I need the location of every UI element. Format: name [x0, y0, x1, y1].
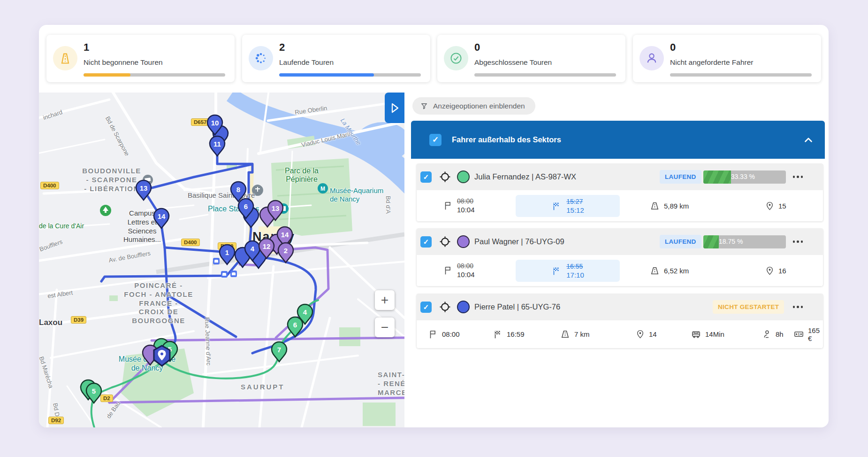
driver-header-row[interactable]: ✓ Pierre Patel | 65-UYG-76 NICHT GESTART… — [416, 294, 823, 320]
more-options-button[interactable] — [793, 176, 803, 178]
end-time-group: 16:59 — [493, 320, 525, 348]
gps-crosshair-icon — [439, 171, 451, 183]
spinner-icon — [249, 46, 273, 70]
gps-crosshair-icon — [439, 236, 451, 248]
map-marker-purple-12[interactable]: 12 — [258, 238, 275, 259]
distance-group: 7 km — [560, 320, 590, 348]
driver-name: Pierre Patel | 65-UYG-76 — [474, 302, 560, 311]
road-badge: D92 — [48, 417, 64, 424]
person-icon — [640, 46, 664, 70]
road-badge: D400 — [40, 182, 59, 189]
sector-section-header[interactable]: ✓ Fahrer außerhalb des Sektors — [411, 121, 825, 159]
more-options-button[interactable] — [793, 306, 803, 308]
sector-section-title: Fahrer außerhalb des Sektors — [452, 135, 561, 144]
stat-card-running: 2 Laufende Touren — [242, 35, 430, 82]
driver-card: ✓ Pierre Patel | 65-UYG-76 NICHT GESTART… — [416, 294, 823, 349]
stat-progress-fill — [84, 73, 130, 77]
stat-progress-track — [670, 73, 812, 77]
map-marker-purple-2[interactable]: 2 — [277, 242, 295, 263]
road-badge: D400 — [181, 239, 200, 246]
stat-label: Nicht angeforderte Fahrer — [670, 58, 753, 67]
filter-icon — [420, 102, 428, 110]
stat-card-completed: 0 Abgeschlossene Touren — [437, 35, 625, 82]
svg-text:M: M — [320, 186, 325, 192]
drive-duration-group: 14Min — [691, 320, 724, 348]
driver-header-row[interactable]: ✓ Paul Wagner | 76-UYG-09 LAUFEND 18.75 … — [416, 228, 823, 255]
more-options-button[interactable] — [793, 240, 803, 243]
tour-progress-bar: 18.75 % — [703, 235, 786, 248]
train-station-icon — [221, 271, 228, 278]
district-label: SAURUPT — [241, 383, 285, 392]
stat-card-unrequested-drivers: 0 Nicht angeforderte Fahrer — [633, 35, 821, 82]
svg-text:4: 4 — [303, 308, 307, 316]
start-flag-icon — [443, 265, 453, 276]
location-pin-icon — [765, 266, 775, 276]
svg-text:8: 8 — [236, 186, 240, 194]
tour-progress-bar: 33.33 % — [703, 170, 786, 184]
svg-text:6: 6 — [244, 202, 248, 210]
district-label: SAINT-P- RENÉMARCEL — [378, 371, 404, 397]
finish-flag-icon — [493, 329, 503, 340]
driver-checkbox[interactable]: ✓ — [420, 302, 432, 313]
driver-card: ✓ Paul Wagner | 76-UYG-09 LAUFEND 18.75 … — [416, 228, 823, 287]
road-icon — [649, 265, 660, 276]
stops-group: 14 — [635, 320, 657, 348]
driver-color-avatar — [457, 235, 470, 248]
stat-progress-track — [84, 73, 225, 77]
work-time-group: 8h — [762, 320, 784, 348]
stat-progress-fill — [279, 73, 374, 77]
finish-flag-icon — [551, 266, 562, 276]
distance-group: 5,89 km — [649, 190, 689, 221]
svg-text:13: 13 — [140, 184, 148, 192]
stat-card-not-started: 1 Nicht begonnene Touren — [46, 35, 235, 82]
start-flag-icon — [428, 329, 438, 340]
check-circle-icon — [444, 46, 468, 70]
status-badge: LAUFEND — [660, 235, 701, 248]
map-marker-purple-13[interactable]: 13 — [266, 200, 284, 221]
dispatch-dashboard: 1 Nicht begonnene Touren 2 Laufende Tour… — [0, 0, 868, 457]
map-marker-green-7[interactable]: 7 — [270, 341, 288, 363]
stat-label: Abgeschlossene Touren — [474, 58, 552, 67]
svg-text:10: 10 — [211, 119, 219, 127]
district-label: POINCARÉ -FOCH - ANATOLEFRANCE -CROIX DE… — [118, 281, 199, 325]
driver-checkbox[interactable]: ✓ — [420, 236, 432, 248]
stops-group: 15 — [765, 190, 786, 221]
zoom-out-button[interactable]: − — [375, 318, 395, 337]
zoom-in-button[interactable]: + — [375, 290, 395, 310]
map-marker-blue-14[interactable]: 14 — [152, 208, 170, 229]
display-options-button[interactable]: Anzeigeoptionen einblenden — [412, 97, 535, 115]
driver-name: Julia Fernandez | AS-987-WX — [474, 172, 576, 181]
svg-text:14: 14 — [158, 212, 166, 220]
stops-group: 16 — [765, 255, 786, 286]
chevron-up-icon[interactable] — [802, 134, 815, 148]
map-marker-blue-1[interactable]: 1 — [218, 244, 236, 265]
map-marker-blue-13[interactable]: 13 — [135, 179, 152, 201]
end-time-highlight-box[interactable]: 16:5517:10 — [516, 260, 620, 282]
svg-text:7: 7 — [277, 346, 281, 354]
svg-text:12: 12 — [263, 242, 271, 250]
stat-progress-track — [279, 73, 421, 77]
map[interactable]: M inchard Bd de Scarpone Rue Oberlin Via… — [39, 93, 404, 427]
driver-header-row[interactable]: ✓ Julia Fernandez | AS-987-WX LAUFEND 33… — [416, 163, 823, 190]
map-marker-green-10[interactable]: 5 — [85, 382, 103, 404]
poi-label: Musée-Aquariumde Nancy — [330, 186, 383, 203]
map-marker-blue-11[interactable]: 11 — [208, 135, 226, 157]
status-badge: LAUFEND — [660, 170, 701, 184]
panel-expand-button[interactable] — [385, 93, 404, 123]
map-marker-blue-10[interactable]: 10 — [206, 114, 224, 136]
street-label: Bd d'A — [385, 196, 392, 214]
banknote-icon: 1 — [793, 329, 804, 340]
stat-value: 1 — [84, 41, 89, 54]
location-pin-icon — [635, 329, 645, 339]
depot-location-pin[interactable] — [151, 344, 173, 368]
person-icon — [762, 329, 772, 339]
tour-progress-fill — [703, 170, 731, 184]
road-badge: D39 — [71, 316, 86, 324]
map-marker-green-6[interactable]: 6 — [286, 316, 304, 338]
driver-color-avatar — [457, 170, 470, 183]
end-time-highlight-box[interactable]: 15:2715:12 — [516, 195, 620, 217]
sector-checkbox[interactable]: ✓ — [429, 134, 442, 146]
driver-checkbox[interactable]: ✓ — [420, 171, 432, 183]
map-marker-blue-6[interactable]: 6 — [237, 198, 255, 219]
svg-text:1: 1 — [225, 248, 229, 256]
